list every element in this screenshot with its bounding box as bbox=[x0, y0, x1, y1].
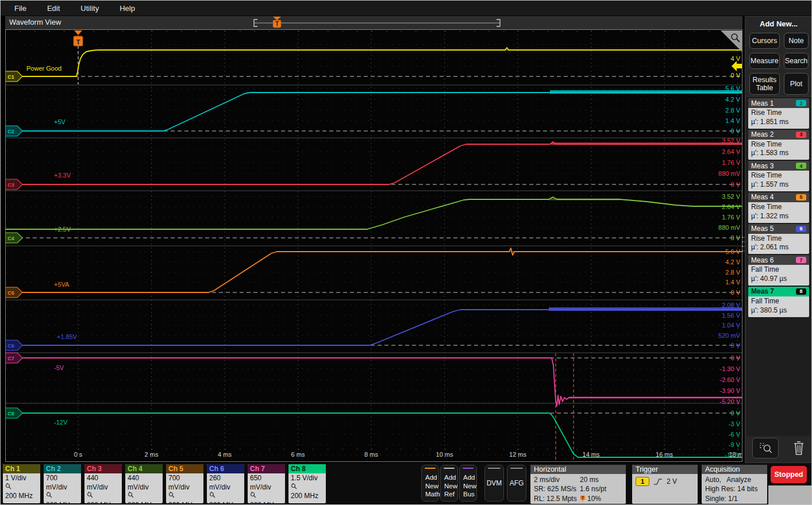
channel-bandwidth: 200 MHz bbox=[209, 501, 242, 503]
button-accent-stripe bbox=[425, 468, 436, 469]
trigger-source-badge[interactable]: 1 bbox=[636, 477, 649, 486]
add-new-math-button[interactable]: AddNewMath bbox=[421, 465, 439, 502]
run-stop-button[interactable]: Stopped bbox=[771, 466, 807, 483]
c1-scale-label: 0 V bbox=[730, 72, 740, 79]
time-label: 4 ms bbox=[218, 451, 232, 458]
c2-scale-label: 1.4 V bbox=[725, 117, 740, 124]
probe-icon bbox=[209, 492, 215, 498]
measurement-meas-7[interactable]: Meas 78Fall Timeµ': 380.5 µs bbox=[748, 287, 809, 317]
trash-icon[interactable] bbox=[792, 440, 806, 456]
c3-scale-label: 880 mV bbox=[718, 170, 741, 177]
add-cursors-button[interactable]: Cursors bbox=[749, 33, 780, 49]
measurement-meas-3[interactable]: Meas 34Rise Timeµ': 1.557 ms bbox=[748, 161, 809, 191]
horizontal-value: RL: 12.5 Mpts bbox=[534, 494, 580, 503]
c6-scale-label: 520 mV bbox=[718, 332, 741, 339]
c6-scale-label: 1.56 V bbox=[722, 312, 740, 319]
channel-card-title: Ch 3 bbox=[84, 464, 122, 473]
c4-scale-label: 0 V bbox=[730, 234, 740, 241]
add-measure-button[interactable]: Measure bbox=[749, 53, 780, 69]
horizontal-value: 2 ms/div bbox=[534, 475, 580, 484]
waveform-display[interactable]: 0 s2 ms4 ms6 ms8 ms10 ms12 ms14 ms16 ms1… bbox=[5, 29, 742, 462]
measurement-meas-4[interactable]: Meas 45Rise Timeµ': 1.322 ms bbox=[748, 192, 809, 223]
measurement-meas-1[interactable]: Meas 12Rise Timeµ': 1.851 ms bbox=[748, 98, 809, 129]
trigger-position-icon: T bbox=[580, 495, 586, 502]
channel-card-title: Ch 1 bbox=[3, 464, 40, 473]
trigger-flag-glyph: T bbox=[76, 38, 80, 45]
measurement-type: Rise Time bbox=[751, 234, 806, 244]
channel-card-title: Ch 7 bbox=[248, 464, 285, 473]
horizontal-row: 2 ms/div20 ms bbox=[534, 475, 622, 484]
trigger-title: Trigger bbox=[632, 465, 698, 474]
measurement-source-badge: 5 bbox=[796, 194, 806, 201]
c5-scale-label: 0 V bbox=[730, 289, 740, 296]
dvm-button[interactable]: DVM bbox=[484, 465, 504, 502]
c3-scale-label: 2.64 V bbox=[722, 148, 740, 155]
measurement-name: Meas 2 bbox=[751, 130, 773, 138]
menu-item-help[interactable]: Help bbox=[120, 4, 135, 13]
channel-card-ch7[interactable]: Ch 7650 mV/div200 MHz bbox=[248, 464, 285, 503]
add-plot-button[interactable]: Plot bbox=[784, 73, 809, 95]
c6-scale-label: 1.04 V bbox=[722, 322, 740, 329]
c8-scale-label: 0 V bbox=[730, 410, 740, 417]
channel-card-ch6[interactable]: Ch 6260 mV/div200 MHz bbox=[207, 464, 244, 503]
horizontal-card[interactable]: Horizontal 2 ms/div20 msSR: 625 MS/s1.6 … bbox=[530, 465, 626, 504]
channel-card-ch3[interactable]: Ch 3440 mV/div200 MHz bbox=[84, 464, 122, 503]
time-label: 8 ms bbox=[364, 451, 378, 458]
probe-icon bbox=[87, 492, 93, 498]
measurement-type: Rise Time bbox=[751, 140, 806, 149]
channel-card-title: Ch 8 bbox=[288, 464, 326, 473]
c2-scale-label: 2.8 V bbox=[725, 107, 740, 114]
measurement-meas-2[interactable]: Meas 23Rise Timeµ': 1.583 ms bbox=[748, 130, 809, 160]
horizontal-row: RL: 12.5 MptsT10% bbox=[534, 494, 622, 503]
c3-scale-label: 0 V bbox=[730, 181, 740, 188]
channel-vdiv: 260 mV/div bbox=[209, 474, 242, 492]
measurement-meas-6[interactable]: Meas 67Fall Timeµ': 40.97 µs bbox=[748, 255, 809, 286]
c5-badge-label: C5 bbox=[7, 290, 14, 296]
channel-bandwidth: 200 MHz bbox=[291, 492, 324, 501]
probe-icon bbox=[46, 492, 52, 498]
trigger-card[interactable]: Trigger 1 2 V bbox=[632, 465, 698, 504]
c4-scale-label: 1.76 V bbox=[722, 214, 740, 221]
corner-panel bbox=[768, 485, 812, 505]
horizontal-value: 10% bbox=[587, 494, 601, 503]
add-new-title: Add New... bbox=[745, 20, 812, 28]
channel-card-ch8[interactable]: Ch 81.5 V/div200 MHz bbox=[288, 464, 326, 503]
add-new-ref-button[interactable]: AddNewRef bbox=[440, 465, 458, 502]
zoom-overview-button[interactable] bbox=[752, 438, 779, 458]
c5-name-label: +5VA bbox=[54, 281, 70, 288]
measurement-type: Rise Time bbox=[751, 109, 806, 118]
panel-bottom-toolbar bbox=[745, 438, 812, 458]
measurement-name: Meas 3 bbox=[751, 162, 773, 170]
measurement-value: µ': 1.322 ms bbox=[751, 212, 806, 221]
channel-card-ch2[interactable]: Ch 2700 mV/div200 MHz bbox=[44, 464, 81, 503]
c3-scale-label: 1.76 V bbox=[722, 159, 740, 166]
channel-card-title: Ch 5 bbox=[166, 464, 203, 473]
channel-vdiv: 440 mV/div bbox=[128, 474, 160, 492]
time-label: 0 s bbox=[74, 451, 83, 458]
menu-item-edit[interactable]: Edit bbox=[47, 4, 60, 13]
menu-item-file[interactable]: File bbox=[14, 4, 26, 13]
channel-card-ch1[interactable]: Ch 11 V/div200 MHz bbox=[3, 464, 40, 503]
measurement-value: µ': 380.5 µs bbox=[751, 306, 806, 315]
measurement-type: Fall Time bbox=[751, 297, 806, 306]
measurement-source-badge: 4 bbox=[796, 163, 806, 169]
measurement-source-badge: 6 bbox=[796, 226, 806, 232]
horizontal-overview-bar[interactable]: T bbox=[245, 16, 505, 29]
measurement-name: Meas 1 bbox=[751, 99, 773, 107]
measurement-name: Meas 6 bbox=[751, 256, 773, 264]
acquisition-line: Auto, Analyze bbox=[705, 475, 764, 484]
add-search-button[interactable]: Search bbox=[784, 53, 809, 69]
time-label: 10 ms bbox=[436, 451, 453, 458]
channel-card-ch5[interactable]: Ch 5700 mV/div200 MHz bbox=[166, 464, 203, 503]
probe-icon bbox=[291, 483, 297, 489]
channel-card-ch4[interactable]: Ch 4440 mV/div200 MHz bbox=[125, 464, 163, 503]
afg-button[interactable]: AFG bbox=[507, 465, 526, 502]
acquisition-card[interactable]: Acquisition Auto, AnalyzeHigh Res: 14 bi… bbox=[702, 465, 767, 504]
add-results-table-button[interactable]: Results Table bbox=[749, 73, 780, 95]
add-note-button[interactable]: Note bbox=[784, 33, 809, 49]
add-new-bus-button[interactable]: AddNewBus bbox=[459, 465, 477, 502]
overview-trigger-arrow[interactable] bbox=[273, 17, 281, 20]
measurement-value: µ': 1.851 ms bbox=[751, 118, 806, 127]
measurement-meas-5[interactable]: Meas 56Rise Timeµ': 2.061 ms bbox=[748, 224, 809, 255]
menu-item-utility[interactable]: Utility bbox=[80, 4, 99, 13]
